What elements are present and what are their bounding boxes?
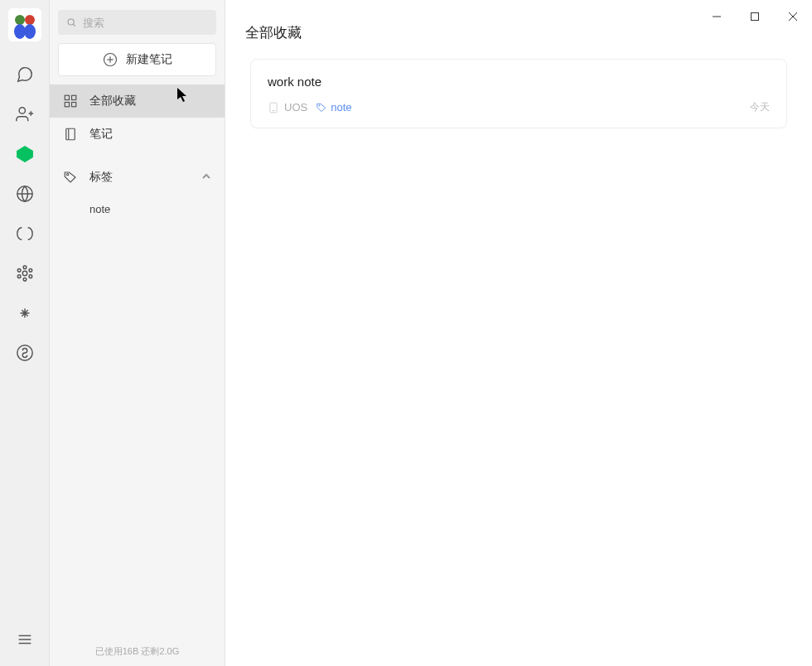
svg-point-9 — [19, 108, 25, 113]
device-icon — [268, 102, 279, 113]
avatar[interactable] — [8, 8, 41, 41]
tags-header[interactable]: 标签 — [50, 161, 225, 194]
maximize-button[interactable] — [736, 0, 774, 33]
nav-notes[interactable]: 笔记 — [50, 118, 225, 151]
note-source: UOS — [268, 101, 307, 113]
discover-icon[interactable] — [8, 177, 41, 210]
miniprogram-icon[interactable] — [8, 336, 41, 369]
channels-icon[interactable] — [8, 217, 41, 250]
settings-icon[interactable] — [8, 257, 41, 290]
sidebar: 新建笔记 全部收藏 笔记 标签 note 已使用16B 还剩2.0G — [50, 0, 225, 666]
note-card-title: work note — [268, 75, 770, 89]
chat-icon[interactable] — [8, 58, 41, 91]
nav-all-favorites[interactable]: 全部收藏 — [50, 84, 225, 118]
plus-circle-icon — [103, 52, 118, 67]
svg-point-16 — [17, 275, 21, 278]
tag-icon — [63, 170, 78, 185]
svg-point-14 — [17, 269, 21, 273]
svg-rect-28 — [72, 95, 76, 99]
tag-item-label: note — [89, 203, 110, 215]
note-card[interactable]: work note UOS note 今天 — [250, 59, 787, 128]
note-date: 今天 — [750, 100, 770, 114]
svg-point-22 — [68, 19, 74, 25]
minimize-button[interactable] — [698, 0, 736, 33]
svg-rect-34 — [270, 103, 277, 113]
search-box[interactable] — [58, 10, 216, 35]
svg-line-23 — [73, 24, 75, 26]
tag-small-icon — [316, 102, 327, 113]
svg-point-15 — [29, 269, 32, 273]
sparkle-icon[interactable] — [8, 297, 41, 330]
svg-point-5 — [15, 15, 25, 25]
tag-item-note[interactable]: note — [50, 194, 225, 224]
svg-point-6 — [25, 15, 35, 25]
new-note-button[interactable]: 新建笔记 — [58, 43, 216, 76]
storage-text: 已使用16B 还剩2.0G — [50, 637, 225, 666]
svg-rect-30 — [72, 103, 76, 107]
content-area: 全部收藏 work note UOS note 今天 — [225, 0, 812, 666]
svg-point-36 — [319, 104, 320, 105]
svg-rect-29 — [65, 103, 69, 107]
chevron-up-icon — [201, 171, 211, 184]
favorites-icon[interactable] — [8, 138, 41, 171]
window-controls — [698, 0, 812, 33]
svg-rect-31 — [66, 128, 75, 140]
note-tag[interactable]: note — [316, 101, 351, 113]
svg-rect-1 — [752, 13, 759, 21]
search-input[interactable] — [83, 17, 208, 29]
contacts-icon[interactable] — [8, 98, 41, 131]
nav-notes-label: 笔记 — [89, 127, 113, 142]
nav-all-label: 全部收藏 — [89, 94, 136, 109]
svg-point-11 — [22, 271, 27, 276]
grid-icon — [63, 94, 78, 109]
svg-point-7 — [14, 24, 26, 39]
svg-point-8 — [24, 24, 36, 39]
left-rail — [0, 0, 50, 666]
svg-rect-27 — [65, 95, 69, 99]
new-note-label: 新建笔记 — [126, 52, 172, 67]
svg-rect-4 — [8, 8, 41, 41]
menu-icon[interactable] — [8, 623, 41, 656]
notebook-icon — [63, 127, 78, 142]
svg-point-17 — [29, 275, 32, 278]
svg-point-33 — [67, 174, 69, 176]
search-icon — [66, 17, 76, 28]
svg-point-12 — [23, 266, 27, 269]
svg-point-13 — [23, 278, 27, 282]
close-button[interactable] — [774, 0, 812, 33]
tags-label: 标签 — [89, 170, 113, 185]
